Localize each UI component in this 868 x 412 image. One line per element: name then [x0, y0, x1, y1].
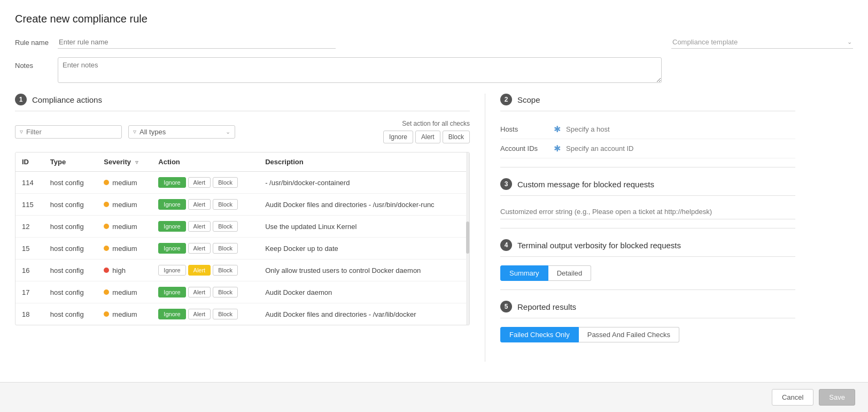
type-select[interactable]: ▿ All types ⌄ — [128, 125, 235, 139]
section-number-4: 4 — [500, 239, 512, 251]
cell-severity: medium — [97, 303, 152, 325]
row-block-button[interactable]: Block — [213, 309, 238, 319]
custom-message-section: 3 Custom message for blocked requests — [500, 178, 795, 196]
row-block-button[interactable]: Block — [213, 221, 238, 232]
row-ignore-button[interactable]: Ignore — [158, 199, 185, 210]
cell-id: 16 — [15, 260, 44, 281]
col-id: ID — [15, 152, 44, 172]
cell-action: Ignore Alert Block — [152, 260, 259, 281]
verbosity-section: 4 Terminal output verbosity for blocked … — [500, 239, 795, 257]
set-all-ignore-button[interactable]: Ignore — [383, 131, 413, 143]
row-block-button[interactable]: Block — [213, 199, 238, 210]
cell-id: 17 — [15, 281, 44, 303]
custom-message-input[interactable] — [500, 204, 795, 219]
row-ignore-button[interactable]: Ignore — [158, 177, 185, 188]
page-title: Create new compliance rule — [15, 13, 853, 25]
row-ignore-button[interactable]: Ignore — [158, 243, 185, 254]
severity-dot — [104, 202, 109, 207]
reported-results-heading: Reported results — [517, 302, 576, 311]
compliance-table: ID Type Severity ▿ Action Description 11… — [15, 152, 470, 325]
type-filter-icon: ▿ — [133, 128, 136, 135]
section-number-3: 3 — [500, 178, 512, 190]
table-row: 18 host config medium Ignore Alert Block… — [15, 303, 469, 325]
row-block-button[interactable]: Block — [213, 287, 238, 297]
severity-dot — [104, 311, 109, 317]
verbosity-summary-button[interactable]: Summary — [500, 265, 548, 281]
severity-dot — [104, 268, 109, 273]
row-alert-button[interactable]: Alert — [188, 265, 211, 276]
cell-description: - /usr/bin/docker-containerd — [259, 172, 469, 194]
notes-textarea[interactable] — [58, 57, 662, 83]
rule-name-input[interactable] — [58, 36, 336, 49]
cancel-button[interactable]: Cancel — [772, 389, 813, 406]
set-action-label: Set action for all checks — [402, 120, 470, 127]
row-alert-button[interactable]: Alert — [188, 243, 211, 254]
account-ids-asterisk-icon: ✱ — [554, 143, 561, 154]
cell-action: Ignore Alert Block — [152, 172, 259, 194]
cell-action: Ignore Alert Block — [152, 194, 259, 216]
cell-id: 114 — [15, 172, 44, 194]
table-row: 16 host config high Ignore Alert Block O… — [15, 260, 469, 281]
cell-type: host config — [44, 303, 97, 325]
account-ids-label: Account IDs — [500, 144, 548, 152]
severity-dot — [104, 224, 109, 229]
cell-id: 115 — [15, 194, 44, 216]
hosts-label: Hosts — [500, 125, 548, 133]
row-alert-button[interactable]: Alert — [188, 309, 211, 319]
cell-action: Ignore Alert Block — [152, 238, 259, 260]
row-block-button[interactable]: Block — [213, 265, 238, 276]
col-type: Type — [44, 152, 97, 172]
col-severity[interactable]: Severity ▿ — [97, 152, 152, 172]
passed-and-failed-button[interactable]: Passed And Failed Checks — [579, 327, 679, 342]
section-number-1: 1 — [15, 94, 27, 105]
scrollbar-thumb[interactable] — [466, 222, 469, 254]
failed-checks-only-button[interactable]: Failed Checks Only — [500, 327, 579, 342]
set-all-block-button[interactable]: Block — [443, 131, 470, 143]
scrollbar-track[interactable] — [466, 152, 469, 325]
cell-action: Ignore Alert Block — [152, 216, 259, 238]
save-button[interactable]: Save — [819, 389, 855, 406]
type-select-label: All types — [140, 128, 222, 136]
cell-description: Keep Docker up to date — [259, 238, 469, 260]
table-row: 15 host config medium Ignore Alert Block… — [15, 238, 469, 260]
section-number-2: 2 — [500, 94, 512, 105]
severity-dot — [104, 246, 109, 251]
cell-type: host config — [44, 194, 97, 216]
cell-severity: medium — [97, 238, 152, 260]
row-ignore-button[interactable]: Ignore — [158, 265, 185, 276]
cell-description: Use the updated Linux Kernel — [259, 216, 469, 238]
cell-type: host config — [44, 281, 97, 303]
cell-description: Only allow trusted users to control Dock… — [259, 260, 469, 281]
hosts-asterisk-icon: ✱ — [554, 124, 561, 134]
row-block-button[interactable]: Block — [213, 243, 238, 254]
severity-dot — [104, 289, 109, 295]
cell-severity: medium — [97, 172, 152, 194]
cell-id: 15 — [15, 238, 44, 260]
table-row: 115 host config medium Ignore Alert Bloc… — [15, 194, 469, 216]
row-ignore-button[interactable]: Ignore — [158, 221, 185, 232]
filter-input[interactable] — [26, 128, 117, 136]
row-alert-button[interactable]: Alert — [188, 287, 211, 297]
row-alert-button[interactable]: Alert — [188, 221, 211, 232]
type-chevron-icon: ⌄ — [226, 128, 230, 135]
cell-id: 18 — [15, 303, 44, 325]
custom-message-heading: Custom message for blocked requests — [517, 180, 654, 189]
section-number-5: 5 — [500, 301, 512, 312]
cell-severity: medium — [97, 216, 152, 238]
cell-type: host config — [44, 238, 97, 260]
filter-input-wrapper[interactable]: ▿ — [15, 125, 122, 139]
row-alert-button[interactable]: Alert — [188, 177, 211, 188]
cell-action: Ignore Alert Block — [152, 303, 259, 325]
hosts-input[interactable] — [566, 125, 795, 133]
compliance-template-select[interactable]: Compliance template ⌄ — [671, 36, 853, 49]
row-alert-button[interactable]: Alert — [188, 199, 211, 210]
row-block-button[interactable]: Block — [213, 177, 238, 188]
verbosity-detailed-button[interactable]: Detailed — [548, 265, 592, 281]
chevron-down-icon: ⌄ — [847, 39, 852, 45]
cell-severity: high — [97, 260, 152, 281]
row-ignore-button[interactable]: Ignore — [158, 309, 185, 319]
row-ignore-button[interactable]: Ignore — [158, 287, 185, 297]
account-ids-input[interactable] — [566, 144, 795, 152]
set-all-alert-button[interactable]: Alert — [415, 131, 440, 143]
cell-description: Audit Docker daemon — [259, 281, 469, 303]
